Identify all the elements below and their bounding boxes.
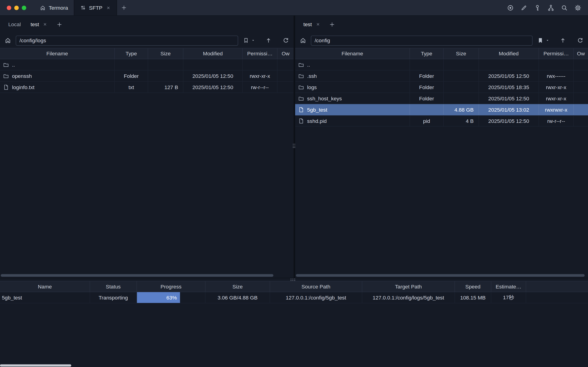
file-row[interactable]: loginfo.txt txt 127 B 2025/01/05 12:50 r… [0,82,294,93]
file-row[interactable]: ssh_host_keys Folder 2025/01/05 12:50 rw… [295,93,588,104]
chevron-down-icon[interactable] [251,36,255,45]
file-row-selected[interactable]: 5gb_test 4.88 GB 2025/01/05 13:02 rwxrwx… [295,104,588,115]
column-header-progress[interactable]: Progress [137,281,205,292]
column-header-size[interactable]: Size [148,48,183,59]
minimize-window-button[interactable] [14,6,19,10]
column-header-type[interactable]: Type [410,48,444,59]
tab-termora-label: Termora [49,5,68,11]
left-path-input[interactable] [16,35,238,45]
close-icon[interactable] [315,22,320,27]
tab-local[interactable]: Local [5,16,25,33]
folder-icon [298,84,304,90]
file-panes: Local test [0,16,588,278]
horizontal-scrollbar[interactable] [1,274,273,277]
refresh-icon[interactable] [281,36,290,45]
column-header-size[interactable]: Size [444,48,479,59]
tab-local-label: Local [8,21,21,27]
folder-icon [298,95,304,101]
column-header-target-path[interactable]: Target Path [362,281,455,292]
column-header-estimate[interactable]: Estimate… [491,281,526,292]
right-pane: test Filename Type Size [295,16,588,278]
tab-test-right[interactable]: test [299,16,324,33]
tab-test-label: test [303,21,312,27]
chevron-down-icon[interactable] [545,36,550,45]
column-header-filler [526,281,588,292]
right-table-header: Filename Type Size Modified Permissi… Ow [295,48,588,59]
folder-icon [3,73,9,79]
file-row[interactable]: .. [295,59,588,70]
left-path-bar [0,33,294,48]
column-header-status[interactable]: Status [90,281,137,292]
column-header-speed[interactable]: Speed [455,281,491,292]
app-window: Termora SFTP Local test [0,0,588,367]
transfer-table-header: Name Status Progress Size Source Path Ta… [0,281,588,292]
up-directory-icon[interactable] [264,36,273,45]
file-row[interactable]: openssh Folder 2025/01/05 12:50 rwxr-xr-… [0,70,294,82]
tab-sftp[interactable]: SFTP [74,0,117,15]
up-directory-icon[interactable] [559,36,567,45]
file-icon [298,107,304,113]
close-icon[interactable] [43,22,47,27]
folder-icon [3,62,9,67]
column-header-modified[interactable]: Modified [479,48,539,59]
folder-icon [298,73,304,79]
tab-termora[interactable]: Termora [34,0,74,15]
new-session-tab-button[interactable] [53,16,65,33]
left-table-header: Filename Type Size Modified Permissi… Ow [0,48,294,59]
column-header-filename[interactable]: Filename [295,48,410,59]
column-header-type[interactable]: Type [115,48,148,59]
transfer-empty-area [0,303,588,367]
fork-icon[interactable] [547,3,555,12]
column-header-modified[interactable]: Modified [183,48,243,59]
tab-test-label: test [31,21,39,27]
home-icon [40,5,46,11]
column-header-permissions[interactable]: Permissi… [539,48,574,59]
right-path-input[interactable] [311,35,532,45]
file-icon [3,84,9,90]
settings-icon[interactable] [574,3,582,12]
column-header-owner[interactable]: Ow [574,48,588,59]
home-icon[interactable] [299,36,307,45]
new-session-tab-button[interactable] [326,16,338,33]
file-row[interactable]: .ssh Folder 2025/01/05 12:50 rwx------ [295,70,588,82]
splitter-handle[interactable] [290,279,296,282]
transfer-row[interactable]: 5gb_test Transporting 63% 3.06 GB/4.88 G… [0,292,588,303]
column-header-name[interactable]: Name [0,281,90,292]
column-header-permissions[interactable]: Permissi… [243,48,278,59]
record-icon[interactable] [506,3,514,12]
file-row[interactable]: sshd.pid pid 4 B 2025/01/05 12:50 rw-r--… [295,115,588,126]
left-file-list: .. openssh Folder 2025/01/05 12:50 rwxr-… [0,59,294,278]
horizontal-splitter[interactable] [0,278,588,281]
key-icon[interactable] [533,3,542,12]
edit-icon[interactable] [520,3,528,12]
title-bar: Termora SFTP [0,0,588,16]
bookmark-filled-icon[interactable] [536,36,545,45]
zoom-window-button[interactable] [22,6,26,10]
search-icon[interactable] [560,3,569,12]
horizontal-scrollbar[interactable] [296,274,585,277]
right-pane-tabs: test [295,16,588,33]
bookmark-icon[interactable] [242,36,250,45]
column-header-size[interactable]: Size [205,281,270,292]
folder-icon [298,62,304,67]
refresh-icon[interactable] [576,36,584,45]
file-row[interactable]: .. [0,59,294,70]
file-row[interactable]: logs Folder 2025/01/05 18:35 rwxr-xr-x [295,82,588,93]
tab-test-left[interactable]: test [27,16,51,33]
file-icon [298,118,304,124]
progress-label: 63% [166,294,177,300]
column-header-source-path[interactable]: Source Path [270,281,362,292]
column-header-filename[interactable]: Filename [0,48,115,59]
home-icon[interactable] [4,36,12,45]
transfer-arrows-icon [80,5,86,10]
new-tab-button[interactable] [117,0,131,15]
close-icon[interactable] [106,6,111,10]
horizontal-scrollbar[interactable] [0,365,71,367]
right-file-list: .. .ssh Folder 2025/01/05 12:50 rwx-----… [295,59,588,278]
progress-fill: 63% [137,292,180,303]
window-controls [0,0,34,15]
left-pane: Local test [0,16,294,278]
column-header-owner[interactable]: Ow [277,48,294,59]
close-window-button[interactable] [7,6,11,10]
left-pane-tabs: Local test [0,16,294,33]
